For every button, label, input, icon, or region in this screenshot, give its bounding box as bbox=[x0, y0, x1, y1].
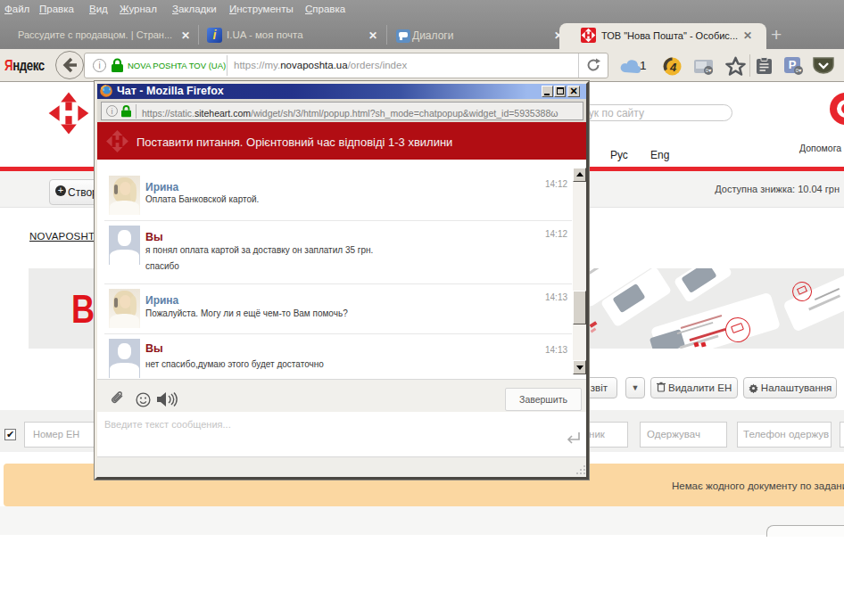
svg-text:4: 4 bbox=[669, 61, 677, 74]
